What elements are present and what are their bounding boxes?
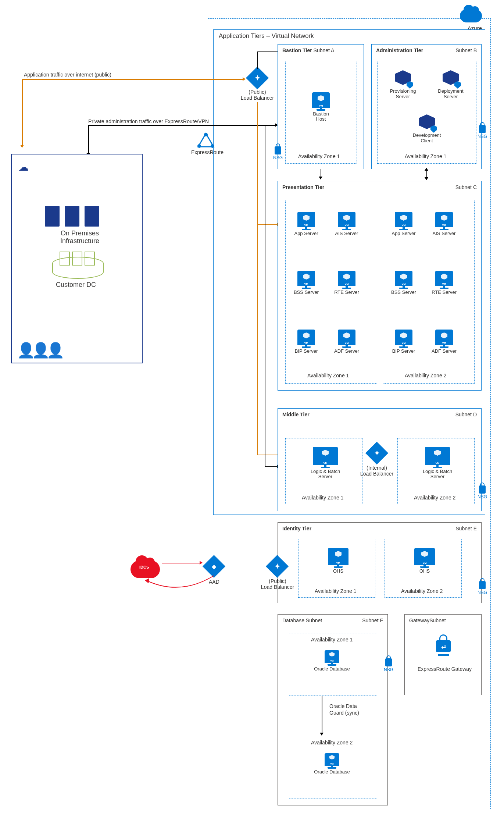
identity-public-lb-caption: (Public) Load Balancer [257,578,298,590]
pres-az2-bss: VMBSS Server [391,271,417,295]
identity-ohs1: VMOHS [325,548,351,574]
svg-point-2 [211,144,214,148]
identity-public-lb-icon: ✦ [266,555,289,578]
bastion-host-vm: VM Bastion Host [308,92,334,122]
identity-tier: Identity Tier Subnet E Availability Zone… [278,522,482,603]
vnet-title: Application Tiers – Virtual Network [219,32,314,40]
middle-az1-logic: VMLogic & Batch Server [303,447,347,480]
identity-nsg: NSG [477,581,488,595]
db-subnet: Subnet F [362,618,383,623]
bastion-az: Availability Zone 1 [298,153,340,159]
db-az1: Availability Zone 1 [311,637,353,643]
architecture-diagram: Azure Application Tiers – Virtual Networ… [7,7,497,815]
admin-tier: Administration Tier Subnet B Provisionin… [371,44,482,169]
db-nsg: NSG [383,658,394,672]
svg-marker-4 [145,578,149,583]
public-lb-caption: (Public) Load Balancer [237,89,278,101]
public-traffic-label: Application traffic over internet (publi… [24,72,111,78]
identity-ohs2: VMOHS [412,548,437,574]
onprem-servers-icon [45,206,99,227]
database-subnet: Database Subnet Subnet F Availability Zo… [278,614,388,805]
identity-title: Identity Tier [282,526,311,531]
bastion-tier: Bastion Tier Subnet A VM Bastion Host Av… [278,44,364,169]
identity-az2: Availability Zone 2 [401,588,443,594]
pres-az1-adf: VMADF Server [334,330,360,354]
presentation-title: Presentation Tier [282,184,324,190]
pres-az1-bip: VMBIP Server [293,330,319,354]
middle-az1: Availability Zone 1 [302,495,343,501]
pres-az1-rte: VMRTE Server [334,271,360,295]
onprem-box: ☁︎ On Premises Infrastructure Customer D… [11,154,143,363]
middle-subnet: Subnet D [455,412,477,417]
identity-subnet: Subnet E [455,526,477,531]
pres-az2-adf: VMADF Server [431,330,457,354]
pres-az2-app: VMApp Server [391,212,417,236]
gw-title: GatewaySubnet [409,618,446,623]
middle-nsg: NSG [477,485,488,499]
bastion-subnet: Subnet A [314,47,335,53]
pres-az1-bss: VMBSS Server [293,271,319,295]
pres-az2-ais: VMAIS Server [431,212,457,236]
internal-lb-caption: (Internal) Load Balancer [357,465,397,477]
customer-dc-label: Customer DC [56,281,96,289]
presentation-subnet: Subnet C [455,184,477,190]
admin-az: Availability Zone 1 [405,153,446,159]
admin-nsg: NSG [477,125,488,139]
svg-point-3 [197,144,201,148]
db-dataguard: Oracle Data Guard (sync) [329,703,359,716]
pres-az2-rte: VMRTE Server [431,271,457,295]
gw-label: ExpressRoute Gateway [418,666,472,672]
people-icon: 👤👤👤 [17,342,61,359]
db-az2: Availability Zone 2 [311,740,353,746]
onprem-infra-label: On Premises Infrastructure [49,229,111,245]
admin-title: Administration Tier [376,47,423,53]
pres-az2: Availability Zone 2 [405,373,446,378]
private-traffic-label: Private administration traffic over Expr… [88,118,209,124]
gateway-subnet: GatewaySubnet ⇄ ExpressRoute Gateway [404,614,482,695]
admin-subnet: Subnet B [455,47,477,53]
bastion-nsg: NSG [272,146,283,160]
db-title: Database Subnet [282,618,322,623]
aad-return-arrow [144,574,218,599]
middle-title: Middle Tier [282,412,310,417]
middle-az2-logic: VMLogic & Batch Server [415,447,460,480]
pres-az1-app: VMApp Server [293,212,319,236]
bastion-title: Bastion Tier [282,47,312,53]
svg-point-1 [204,133,208,136]
internal-lb-icon: ✦ [365,442,388,465]
middle-az2: Availability Zone 2 [414,495,455,501]
customer-dc-icon [60,252,95,266]
pres-az2-bip: VMBIP Server [391,330,417,354]
expressroute-gateway-icon: ⇄ [434,640,453,652]
development-client: Development Client [410,114,443,143]
pres-az1: Availability Zone 1 [307,373,349,378]
onprem-cloud-user-icon: ☁︎ [18,161,29,173]
identity-az1: Availability Zone 1 [315,588,356,594]
pres-az1-ais: VMAIS Server [334,212,360,236]
db-oracle1: VMOracle Database [314,650,350,672]
public-load-balancer-icon: ✦ [246,67,269,89]
provisioning-server: Provisioning Server [386,70,419,99]
expressroute-icon [197,132,215,148]
db-oracle2: VMOracle Database [314,753,350,775]
deployment-server: Deployment Server [434,70,467,99]
expressroute-label: ExpressRoute [191,149,224,155]
